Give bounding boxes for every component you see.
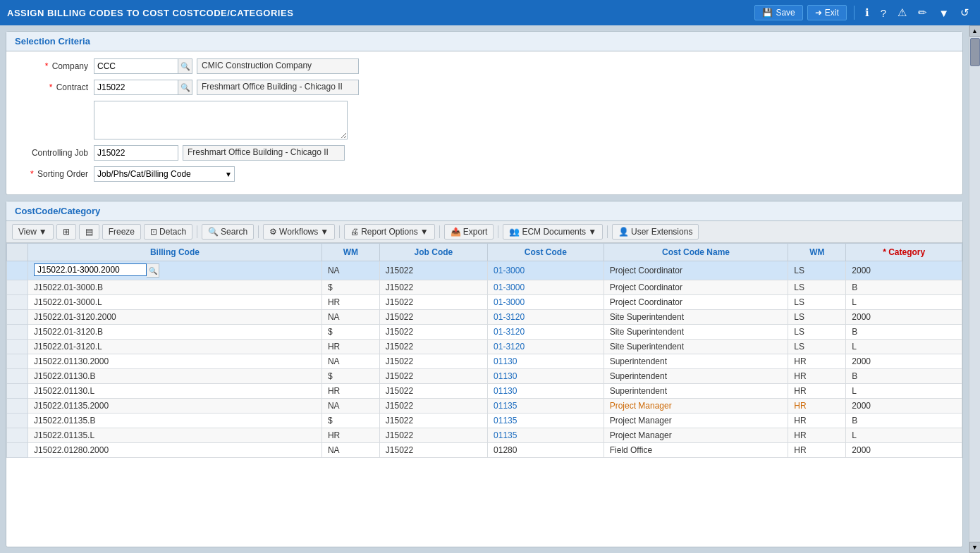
- view-btn[interactable]: View ▼: [12, 224, 54, 240]
- user-ext-label: User Extensions: [631, 227, 692, 237]
- company-input[interactable]: [94, 58, 178, 74]
- report-label: Report Options: [361, 227, 418, 237]
- ecm-btn[interactable]: 👥 ECM Documents ▼: [503, 224, 603, 240]
- report-dropdown-icon: ▼: [420, 227, 429, 237]
- contract-input[interactable]: [94, 80, 178, 95]
- job-code-cell: J15022: [379, 369, 487, 384]
- filter-btn[interactable]: ▤: [79, 224, 99, 240]
- detach-label: Detach: [159, 227, 186, 237]
- toolbar-divider-1: [197, 225, 197, 238]
- controlling-job-desc: Freshmart Office Building - Chicago II: [183, 145, 345, 161]
- edit-icon-btn[interactable]: ✏: [914, 5, 931, 20]
- sorting-order-select-wrap: Job/Phs/Cat/Billing Code Billing Code Co…: [94, 166, 235, 182]
- freeze-btn[interactable]: Freeze: [102, 224, 141, 240]
- help-icon-btn[interactable]: ?: [877, 6, 890, 20]
- workflows-icon: ⚙: [269, 227, 277, 237]
- cost-code-cell: 01135: [488, 414, 604, 428]
- detach-btn[interactable]: ⊡ Detach: [144, 224, 192, 240]
- alert-icon-btn[interactable]: ⚠: [894, 5, 910, 20]
- notes-textarea[interactable]: [94, 101, 348, 139]
- group-btn[interactable]: ⊞: [56, 224, 76, 240]
- header-actions: 💾 Save ➜ Exit ℹ ? ⚠ ✏ ▼ ↺: [754, 5, 973, 20]
- table-row[interactable]: J15022.01-3120.2000NAJ1502201-3120Site S…: [7, 310, 962, 325]
- wm-cell: HR: [321, 340, 379, 354]
- main-scrollbar[interactable]: ▲ ▼: [969, 25, 980, 553]
- toolbar-divider-2: [258, 225, 259, 238]
- costcode-table-wrapper: Billing Code WM Job Code Cost Code: [6, 243, 962, 458]
- page-title: ASSIGN BILLING CODES TO COST COSTCODE/CA…: [7, 8, 293, 18]
- scroll-thumb[interactable]: [970, 38, 980, 66]
- category-cell: 2000: [846, 399, 962, 414]
- refresh-icon-btn[interactable]: ↺: [957, 5, 973, 20]
- wm-cell: $: [321, 369, 379, 384]
- costcode-panel: CostCode/Category View ▼ ⊞ ▤ Freeze ⊡: [6, 201, 963, 547]
- wm-cell: NA: [321, 354, 379, 369]
- scroll-up-btn[interactable]: ▲: [969, 25, 981, 37]
- sorting-order-label: * Sorting Order: [18, 169, 88, 179]
- table-row[interactable]: J15022.01130.B$J1502201130Superintendent…: [7, 369, 962, 384]
- cost-code-name-cell: Site Superintendent: [604, 310, 788, 325]
- billing-code-cell: J15022.01-3120.2000: [28, 310, 322, 325]
- category-cell: L: [846, 384, 962, 399]
- cost-code-cell: 01-3000: [488, 261, 604, 280]
- contract-input-wrap: 🔍 Freshmart Office Building - Chicago II: [94, 80, 359, 95]
- table-row[interactable]: 🔍NAJ1502201-3000Project CoordinatorLS200…: [7, 261, 962, 280]
- wm2-cell: LS: [788, 310, 846, 325]
- wm-cell: HR: [321, 295, 379, 310]
- cost-code-cell: 01130: [488, 369, 604, 384]
- wm2-cell: HR: [788, 399, 846, 414]
- cost-code-cell: 01-3120: [488, 325, 604, 340]
- contract-search-btn[interactable]: 🔍: [178, 80, 192, 95]
- table-row[interactable]: J15022.01280.2000NAJ1502201280Field Offi…: [7, 443, 962, 458]
- report-options-btn[interactable]: 🖨 Report Options ▼: [344, 224, 435, 240]
- job-code-cell: J15022: [379, 414, 487, 428]
- billing-code-input[interactable]: [34, 263, 147, 276]
- row-number: [7, 354, 28, 369]
- costcode-header: CostCode/Category: [6, 201, 962, 221]
- billing-code-cell: J15022.01130.L: [28, 384, 322, 399]
- cost-code-name-cell: Project Coordinator: [604, 261, 788, 280]
- search-btn[interactable]: 🔍 Search: [202, 224, 254, 240]
- toolbar-divider-6: [607, 225, 608, 238]
- ecm-icon: 👥: [509, 227, 520, 237]
- company-row: * Company 🔍 CMIC Construction Company: [18, 58, 951, 74]
- cost-code-name-cell: Project Coordinator: [604, 280, 788, 295]
- table-row[interactable]: J15022.01-3000.LHRJ1502201-3000Project C…: [7, 295, 962, 310]
- user-ext-btn[interactable]: 👤 User Extensions: [612, 224, 699, 240]
- contract-label: * Contract: [18, 82, 88, 92]
- wm-cell: HR: [321, 384, 379, 399]
- workflows-btn[interactable]: ⚙ Workflows ▼: [263, 224, 335, 240]
- controlling-job-label: Controlling Job: [18, 148, 88, 158]
- cost-code-name-cell: Site Superintendent: [604, 325, 788, 340]
- export-btn[interactable]: 📤 Export: [444, 224, 494, 240]
- scroll-down-btn[interactable]: ▼: [969, 542, 981, 553]
- table-row[interactable]: J15022.01130.LHRJ1502201130Superintenden…: [7, 384, 962, 399]
- row-number: [7, 428, 28, 443]
- billing-code-cell: J15022.01135.L: [28, 428, 322, 443]
- table-row[interactable]: J15022.01135.2000NAJ1502201135Project Ma…: [7, 399, 962, 414]
- exit-button[interactable]: ➜ Exit: [807, 5, 847, 20]
- controlling-job-input[interactable]: [94, 145, 178, 161]
- main-content: Selection Criteria * Company 🔍 CMIC Cons…: [0, 25, 969, 553]
- dropdown-arrow-btn[interactable]: ▼: [935, 6, 953, 20]
- wm2-header: WM: [788, 244, 846, 261]
- row-number: [7, 261, 28, 280]
- info-icon-btn[interactable]: ℹ: [862, 5, 873, 20]
- table-row[interactable]: J15022.01-3000.B$J1502201-3000Project Co…: [7, 280, 962, 295]
- table-row[interactable]: J15022.01-3120.LHRJ1502201-3120Site Supe…: [7, 340, 962, 354]
- cost-code-name-cell: Project Manager: [604, 399, 788, 414]
- billing-code-cell: J15022.01-3120.L: [28, 340, 322, 354]
- row-number: [7, 325, 28, 340]
- selection-criteria-panel: Selection Criteria * Company 🔍 CMIC Cons…: [6, 31, 963, 195]
- company-search-btn[interactable]: 🔍: [178, 58, 192, 74]
- table-row[interactable]: J15022.01-3120.B$J1502201-3120Site Super…: [7, 325, 962, 340]
- table-row[interactable]: J15022.01130.2000NAJ1502201130Superinten…: [7, 354, 962, 369]
- billing-search-btn[interactable]: 🔍: [147, 263, 159, 278]
- workflows-dropdown-icon: ▼: [320, 227, 329, 237]
- table-row[interactable]: J15022.01135.B$J1502201135Project Manage…: [7, 414, 962, 428]
- wm2-cell: HR: [788, 414, 846, 428]
- sorting-order-select[interactable]: Job/Phs/Cat/Billing Code Billing Code Co…: [94, 166, 235, 182]
- save-button[interactable]: 💾 Save: [754, 5, 802, 20]
- controlling-job-row: Controlling Job Freshmart Office Buildin…: [18, 145, 951, 161]
- table-row[interactable]: J15022.01135.LHRJ1502201135Project Manag…: [7, 428, 962, 443]
